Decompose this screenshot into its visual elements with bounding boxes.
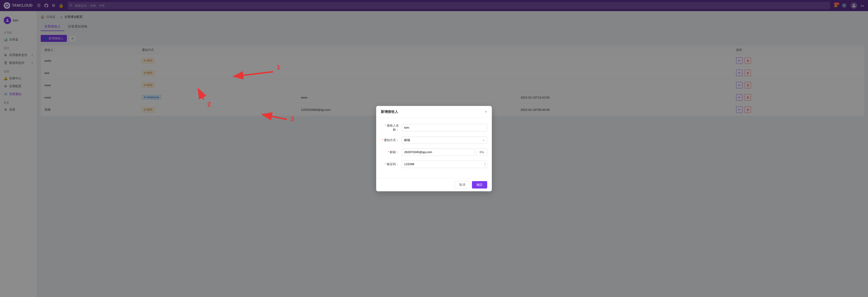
- send-code-button[interactable]: 35s: [476, 148, 487, 156]
- form-row-notify: 通知方式： 邮箱 ▼: [381, 136, 487, 144]
- svg-line-11: [264, 115, 287, 119]
- name-label: 接收人名称：: [381, 124, 402, 132]
- email-input[interactable]: [402, 148, 474, 156]
- arrow-down-icon[interactable]: ▼: [484, 164, 486, 166]
- svg-line-7: [235, 72, 273, 76]
- dialog-title: 新增接收人: [381, 110, 398, 114]
- svg-text:2: 2: [207, 101, 211, 108]
- dialog-footer: 取消 确定: [376, 178, 492, 191]
- cancel-button[interactable]: 取消: [454, 181, 470, 189]
- dialog-header: 新增接收人 ×: [376, 106, 492, 118]
- confirm-button[interactable]: 确定: [472, 181, 487, 189]
- form-row-verify: 验证码： ▲ ▼: [381, 161, 487, 168]
- svg-line-9: [199, 90, 204, 99]
- dialog-close-button[interactable]: ×: [485, 110, 487, 114]
- add-receiver-dialog: 新增接收人 × 接收人名称： 通知方式： 邮箱 ▼ 邮箱：: [376, 106, 492, 191]
- verify-input[interactable]: [402, 161, 487, 168]
- verify-label: 验证码：: [381, 162, 402, 166]
- notify-select[interactable]: 邮箱: [402, 136, 487, 144]
- dialog-body: 接收人名称： 通知方式： 邮箱 ▼ 邮箱： 35s: [376, 118, 492, 178]
- verify-input-wrap: ▲ ▼: [402, 161, 487, 168]
- form-row-name: 接收人名称：: [381, 124, 487, 132]
- email-input-group: 35s: [402, 148, 487, 156]
- notify-select-wrap: 邮箱 ▼: [402, 136, 487, 144]
- dialog-overlay: 新增接收人 × 接收人名称： 通知方式： 邮箱 ▼ 邮箱：: [0, 0, 868, 297]
- email-label: 邮箱：: [381, 150, 402, 154]
- svg-text:3: 3: [290, 116, 294, 123]
- spinner-arrows: ▲ ▼: [484, 162, 486, 166]
- svg-text:1: 1: [277, 64, 280, 71]
- notify-label: 通知方式：: [381, 138, 402, 142]
- arrow-up-icon[interactable]: ▲: [484, 162, 486, 164]
- form-row-email: 邮箱： 35s: [381, 148, 487, 156]
- name-input[interactable]: [402, 124, 487, 131]
